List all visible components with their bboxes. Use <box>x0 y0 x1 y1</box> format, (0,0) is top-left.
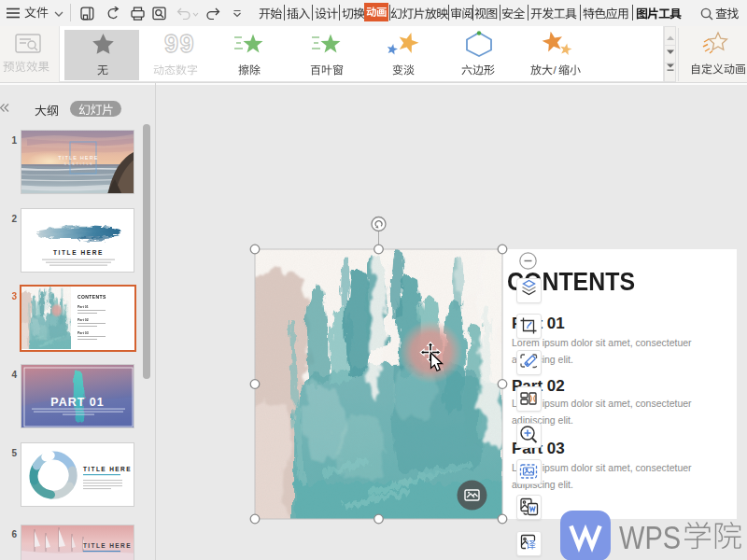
svg-text:TITLE HERE: TITLE HERE <box>83 466 132 472</box>
svg-text:TITLE HERE: TITLE HERE <box>53 249 104 256</box>
svg-text:PART 01: PART 01 <box>50 396 104 409</box>
svg-text:TITLE HERE: TITLE HERE <box>83 542 132 549</box>
svg-text:TITLE HERE: TITLE HERE <box>58 155 98 161</box>
svg-text:S U B T I T L E: S U B T I T L E <box>64 162 92 166</box>
